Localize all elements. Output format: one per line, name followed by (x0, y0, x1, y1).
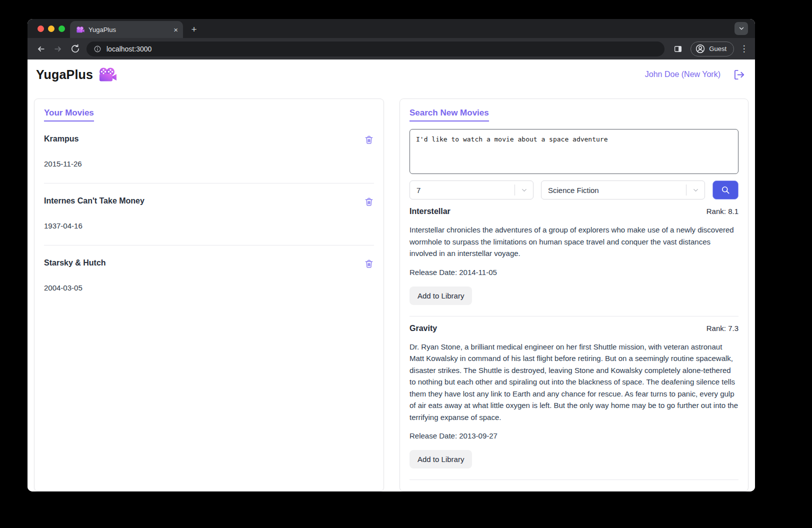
result-movie-title: Interstellar (410, 207, 450, 216)
movie-camera-logo-icon (98, 67, 117, 82)
page: YugaPlus John Doe (New York) Your Movies… (28, 60, 755, 492)
result-rank: Rank: 8.1 (706, 207, 738, 216)
search-button[interactable] (712, 180, 738, 200)
tab-title: YugaPlus (88, 26, 170, 34)
chevron-down-icon (738, 25, 745, 32)
movie-title: Internes Can't Take Money (44, 196, 144, 206)
forward-button[interactable] (50, 40, 66, 58)
traffic-light-minimize[interactable] (48, 26, 54, 32)
result-description: Interstellar chronicles the adventures o… (410, 224, 738, 260)
user-avatar-icon (695, 44, 706, 54)
result-description: Dr. Ryan Stone, a brilliant medical engi… (410, 341, 738, 424)
genre-select[interactable]: Science Fiction (541, 180, 705, 200)
chevron-down-icon[interactable] (515, 186, 533, 194)
trash-icon (364, 196, 374, 207)
result-count-select[interactable]: 7 (410, 180, 534, 200)
logout-button[interactable] (734, 69, 745, 80)
new-tab-button[interactable]: + (187, 22, 201, 36)
url-text: localhost:3000 (106, 45, 152, 53)
traffic-light-zoom[interactable] (58, 26, 65, 32)
genre-value: Science Fiction (548, 186, 686, 194)
search-controls: 7 Science Fiction (410, 180, 738, 200)
delete-movie-button[interactable] (364, 134, 374, 145)
reload-icon (70, 44, 80, 54)
tab-search-button[interactable] (734, 22, 748, 35)
add-to-library-button[interactable]: Add to Library (410, 450, 472, 468)
browser-window: YugaPlus × + localhost:3000 Guest ⋮ (28, 19, 755, 492)
browser-toolbar: localhost:3000 Guest ⋮ (28, 38, 755, 60)
window-controls (38, 26, 65, 32)
add-to-library-button[interactable]: Add to Library (410, 286, 472, 305)
app-header: YugaPlus John Doe (New York) (28, 60, 755, 90)
side-panel-button[interactable] (670, 40, 686, 58)
result-release-date: Release Date: 2013-09-27 (410, 432, 738, 440)
close-tab-icon[interactable]: × (174, 26, 178, 34)
movie-release-date: 2004-03-05 (44, 284, 374, 292)
favicon-movie-camera-icon (76, 26, 84, 34)
search-result-item: Gravity Rank: 7.3 Dr. Ryan Stone, a bril… (410, 316, 738, 480)
movie-release-date: 1937-04-16 (44, 222, 374, 230)
delete-movie-button[interactable] (364, 196, 374, 207)
user-name: John Doe (New York) (645, 70, 720, 79)
brand: YugaPlus (36, 67, 117, 82)
delete-movie-button[interactable] (364, 258, 374, 269)
profile-name: Guest (709, 45, 726, 52)
search-panel: Search New Movies I'd like to watch a mo… (400, 98, 748, 492)
content: Your Movies Krampus 2015-11-26 Internes … (28, 90, 755, 492)
list-item: Internes Can't Take Money 1937-04-16 (44, 184, 374, 246)
search-query-input[interactable]: I'd like to watch a movie about a space … (410, 129, 738, 174)
brand-name: YugaPlus (36, 68, 93, 82)
tab-strip: YugaPlus × + (28, 19, 755, 38)
traffic-light-close[interactable] (38, 26, 44, 32)
search-title: Search New Movies (410, 108, 489, 122)
address-bar[interactable]: localhost:3000 (86, 42, 664, 56)
back-button[interactable] (32, 40, 50, 58)
movie-title: Starsky & Hutch (44, 258, 106, 268)
result-release-date: Release Date: 2014-11-05 (410, 268, 738, 276)
movie-list: Krampus 2015-11-26 Internes Can't Take M… (44, 122, 374, 307)
user-area: John Doe (New York) (645, 69, 745, 80)
search-result-item: Interstellar Rank: 8.1 Interstellar chro… (410, 200, 738, 316)
your-movies-title: Your Movies (44, 108, 94, 122)
result-count-value: 7 (416, 186, 514, 194)
your-movies-panel: Your Movies Krampus 2015-11-26 Internes … (34, 98, 384, 492)
list-item: Starsky & Hutch 2004-03-05 (44, 246, 374, 307)
browser-tab-yugaplus[interactable]: YugaPlus × (70, 21, 183, 38)
trash-icon (364, 258, 374, 269)
result-movie-title: Gravity (410, 324, 437, 333)
search-icon (720, 185, 730, 195)
site-info-icon[interactable] (94, 45, 102, 53)
forward-arrow-icon (53, 44, 63, 54)
browser-menu-button[interactable]: ⋮ (738, 44, 750, 54)
logout-icon (734, 69, 745, 80)
side-panel-icon (674, 44, 682, 54)
back-arrow-icon (36, 44, 46, 54)
result-rank: Rank: 7.3 (706, 324, 738, 332)
movie-release-date: 2015-11-26 (44, 160, 374, 168)
reload-button[interactable] (66, 40, 84, 58)
trash-icon (364, 134, 374, 145)
profile-button[interactable]: Guest (690, 42, 734, 56)
search-results: Interstellar Rank: 8.1 Interstellar chro… (410, 200, 738, 480)
chevron-down-icon[interactable] (686, 186, 704, 194)
movie-title: Krampus (44, 134, 78, 144)
list-item: Krampus 2015-11-26 (44, 122, 374, 184)
